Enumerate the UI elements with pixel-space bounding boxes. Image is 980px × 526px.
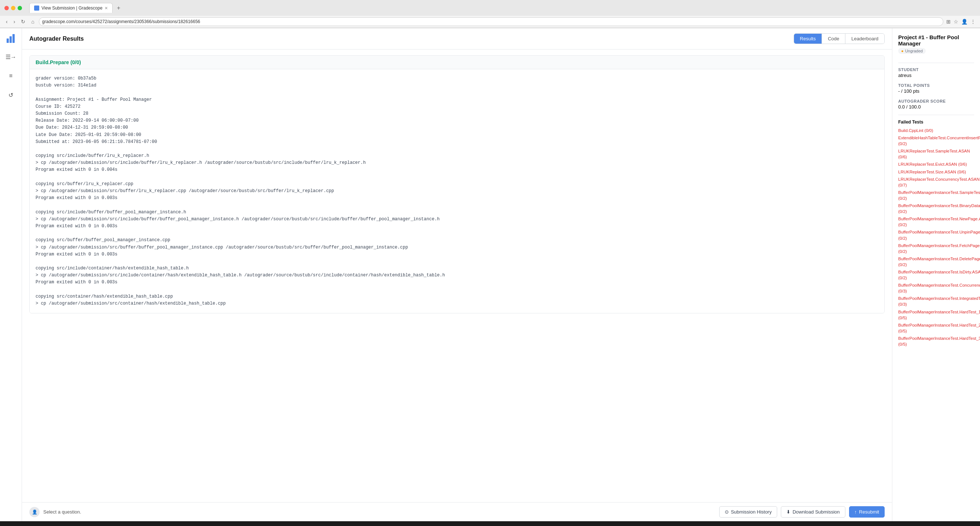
tab-bar: View Submission | Gradescope ✕ + — [25, 3, 127, 13]
failed-test-item[interactable]: BufferPoolManagerInstanceTest.Integrated… — [898, 296, 974, 307]
home-button[interactable]: ⌂ — [30, 18, 36, 25]
failed-tests-title: Failed Tests — [898, 119, 974, 125]
tab-favicon — [34, 5, 39, 11]
menu-icon[interactable]: ⋮ — [970, 19, 975, 25]
failed-test-item[interactable]: ExtendibleHashTableTest.ConcurrentInsert… — [898, 135, 974, 147]
right-panel: Project #1 - Buffer Pool Manager ● Ungra… — [892, 28, 980, 521]
minimize-button[interactable] — [11, 6, 15, 10]
active-tab[interactable]: View Submission | Gradescope ✕ — [29, 3, 113, 13]
hamburger-icon: ☰→ — [5, 54, 16, 60]
svg-rect-1 — [10, 36, 12, 43]
build-title: Build.Prepare (0/0) — [36, 59, 81, 65]
submission-history-label: Submission History — [731, 509, 772, 515]
select-question-text: Select a question. — [43, 509, 81, 515]
failed-test-item[interactable]: BufferPoolManagerInstanceTest.IsDirty.AS… — [898, 269, 974, 281]
svg-rect-2 — [13, 34, 15, 43]
tab-buttons: Results Code Leaderboard — [794, 33, 885, 44]
tab-code[interactable]: Code — [822, 34, 845, 44]
student-name: atreus — [898, 73, 974, 78]
footer: 👤 Select a question. ⊙ Submission Histor… — [22, 502, 892, 521]
resubmit-icon: ↑ — [854, 509, 857, 515]
history-icon: ⊙ — [725, 509, 729, 515]
tab-leaderboard[interactable]: Leaderboard — [845, 34, 884, 44]
tab-title: View Submission | Gradescope — [41, 5, 102, 11]
failed-test-item[interactable]: BufferPoolManagerInstanceTest.BinaryData… — [898, 203, 974, 215]
autograder-score-value: 0.0 / 100.0 — [898, 104, 974, 110]
footer-avatar: 👤 — [29, 507, 40, 517]
student-section: Student atreus — [898, 67, 974, 78]
browser-chrome: View Submission | Gradescope ✕ + ‹ › ↻ ⌂… — [0, 0, 980, 28]
failed-test-item[interactable]: LRUKReplacerTest.Evict.ASAN (0/6) — [898, 161, 974, 167]
traffic-lights — [5, 6, 22, 10]
project-title: Project #1 - Buffer Pool Manager — [898, 34, 974, 46]
browser-titlebar: View Submission | Gradescope ✕ + — [0, 0, 980, 16]
failed-test-item[interactable]: LRUKReplacerTest.Size.ASAN (0/6) — [898, 169, 974, 175]
failed-test-item[interactable]: BufferPoolManagerInstanceTest.HardTest_1… — [898, 309, 974, 321]
failed-test-item[interactable]: LRUKReplacerTest.SampleTest.ASAN (0/6) — [898, 148, 974, 160]
address-bar: ‹ › ↻ ⌂ ⊞ ☆ 👤 ⋮ — [0, 16, 980, 28]
resubmit-button[interactable]: ↑ Resubmit — [849, 506, 885, 518]
divider-1 — [898, 63, 974, 63]
failed-test-item[interactable]: BufferPoolManagerInstanceTest.DeletePage… — [898, 256, 974, 268]
tab-close-icon[interactable]: ✕ — [105, 6, 108, 11]
failed-tests-list: Build.CppLint (0/0)ExtendibleHashTableTe… — [898, 127, 974, 347]
divider-2 — [898, 115, 974, 115]
page-title: Autograder Results — [29, 35, 84, 42]
status-badge: ● Ungraded — [898, 48, 926, 54]
sidebar-menu-icon[interactable]: ☰→ — [5, 50, 18, 64]
profile-icon[interactable]: 👤 — [961, 19, 967, 25]
refresh-icon: ↺ — [8, 92, 13, 99]
download-submission-label: Download Submission — [792, 509, 840, 515]
app-container: ☰→ ≡ ↺ Autograder Results Results Code L… — [0, 28, 980, 521]
build-header: Build.Prepare (0/0) — [30, 56, 884, 69]
download-submission-button[interactable]: ⬇ Download Submission — [781, 506, 845, 518]
new-tab-button[interactable]: + — [114, 4, 123, 13]
failed-test-item[interactable]: Build.CppLint (0/0) — [898, 127, 974, 133]
failed-test-item[interactable]: BufferPoolManagerInstanceTest.HardTest_2… — [898, 322, 974, 334]
total-points-section: Total Points - / 100 pts — [898, 83, 974, 94]
content-header: Autograder Results Results Code Leaderbo… — [22, 28, 892, 49]
failed-test-item[interactable]: LRUKReplacerTest.ConcurrencyTest.ASAN (0… — [898, 176, 974, 188]
student-label: Student — [898, 67, 974, 72]
extensions-icon: ⊞ — [946, 19, 951, 25]
close-button[interactable] — [5, 6, 9, 10]
reload-button[interactable]: ↻ — [19, 18, 27, 25]
bookmark-icon[interactable]: ☆ — [954, 19, 958, 25]
download-icon: ⬇ — [786, 509, 791, 515]
sidebar-refresh-icon[interactable]: ↺ — [5, 88, 18, 102]
submission-history-button[interactable]: ⊙ Submission History — [719, 506, 777, 518]
logo — [5, 33, 17, 44]
build-output: grader version: 0b37a5b bustub version: … — [30, 69, 884, 313]
dot-icon: ● — [901, 49, 904, 53]
forward-button[interactable]: › — [12, 18, 17, 25]
back-button[interactable]: ‹ — [5, 18, 9, 25]
total-points-label: Total Points — [898, 83, 974, 87]
svg-rect-0 — [6, 38, 9, 43]
total-points-value: - / 100 pts — [898, 88, 974, 94]
sidebar: ☰→ ≡ ↺ — [0, 28, 22, 521]
tab-results[interactable]: Results — [794, 34, 822, 44]
footer-left: 👤 Select a question. — [29, 507, 81, 517]
content-body: Build.Prepare (0/0) grader version: 0b37… — [22, 49, 892, 502]
list-icon: ≡ — [9, 73, 13, 79]
failed-test-item[interactable]: BufferPoolManagerInstanceTest.HardTest_3… — [898, 335, 974, 347]
resubmit-label: Resubmit — [859, 509, 879, 515]
failed-test-item[interactable]: BufferPoolManagerInstanceTest.SampleTest… — [898, 189, 974, 201]
url-input[interactable] — [39, 17, 943, 26]
autograder-score-section: Autograder Score 0.0 / 100.0 — [898, 99, 974, 110]
failed-test-item[interactable]: BufferPoolManagerInstanceTest.Concurrenc… — [898, 282, 974, 294]
failed-test-item[interactable]: BufferPoolManagerInstanceTest.UnpinPage.… — [898, 229, 974, 241]
maximize-button[interactable] — [18, 6, 22, 10]
sidebar-list-icon[interactable]: ≡ — [5, 69, 18, 83]
failed-test-item[interactable]: BufferPoolManagerInstanceTest.FetchPage.… — [898, 243, 974, 254]
footer-right: ⊙ Submission History ⬇ Download Submissi… — [719, 506, 885, 518]
browser-toolbar: ⊞ ☆ 👤 ⋮ — [946, 19, 975, 25]
failed-test-item[interactable]: BufferPoolManagerInstanceTest.NewPage.AS… — [898, 216, 974, 227]
main-content: Autograder Results Results Code Leaderbo… — [22, 28, 892, 521]
build-section: Build.Prepare (0/0) grader version: 0b37… — [29, 56, 885, 313]
autograder-score-label: Autograder Score — [898, 99, 974, 103]
